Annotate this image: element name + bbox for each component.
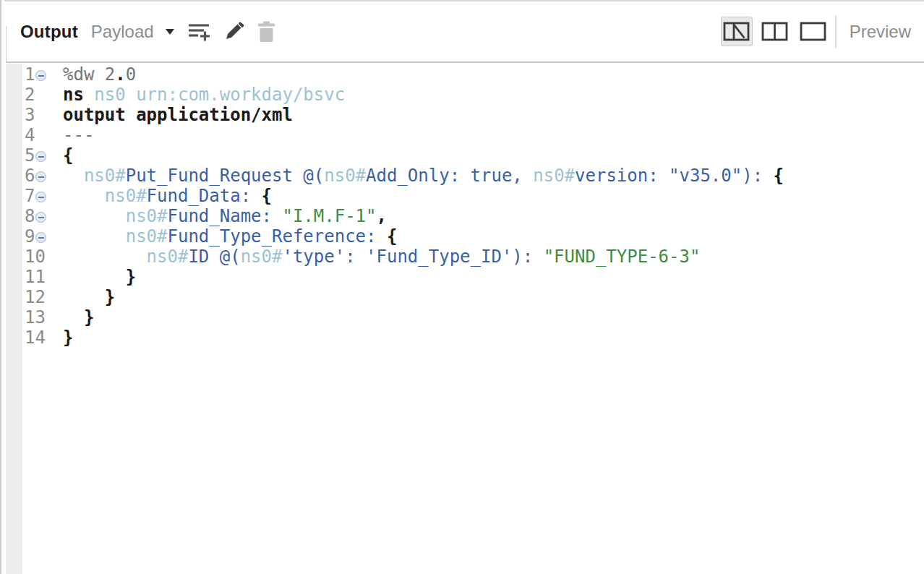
preview-toggle[interactable]: Preview (850, 22, 911, 42)
code-line: 9 ns0#Fund_Type_Reference: { (22, 226, 924, 247)
add-sample-button[interactable] (188, 22, 210, 42)
two-pane-icon (761, 22, 788, 41)
line-number: 1 (25, 64, 35, 85)
line-number: 9 (25, 226, 35, 247)
line-number: 12 (25, 287, 46, 307)
view-code-preview-button[interactable] (721, 17, 753, 46)
code-line: 8 ns0#Fund_Name: "I.M.F-1", (22, 206, 924, 226)
code-line: 6 ns0#Put_Fund_Request @(ns0#Add_Only: t… (22, 166, 924, 186)
code-text: ns0#Put_Fund_Request @(ns0#Add_Only: tru… (63, 166, 784, 186)
line-number: 13 (25, 307, 46, 327)
view-toggle-group: Preview (721, 16, 911, 48)
delete-sample-button[interactable] (257, 21, 276, 43)
view-two-pane-button[interactable] (759, 17, 791, 46)
pencil-icon (223, 21, 244, 42)
code-text: ns0#Fund_Data: { (63, 186, 272, 206)
trash-icon (257, 21, 276, 43)
code-text: } (63, 327, 73, 348)
code-text: --- (63, 125, 94, 145)
code-text: %dw 2.0 (63, 64, 136, 85)
code-editor[interactable]: 1%dw 2.02ns ns0 urn:com.workday/bsvc3out… (22, 64, 924, 574)
line-number: 8 (25, 206, 35, 226)
code-line: 14} (22, 327, 924, 348)
payload-dropdown-label: Payload (91, 22, 154, 42)
add-to-list-icon (188, 22, 210, 42)
fold-toggle-icon[interactable] (35, 232, 46, 243)
line-number: 10 (25, 247, 46, 267)
code-line: 13 } (22, 307, 924, 327)
line-number: 3 (25, 105, 35, 125)
window-left-border (0, 0, 1, 574)
code-text: ns0#Fund_Type_Reference: { (63, 226, 397, 247)
code-line: 3output application/xml (22, 105, 924, 125)
line-number: 5 (25, 145, 35, 166)
code-text: ns0#ID @(ns0#'type': 'Fund_Type_ID'): "F… (63, 247, 700, 267)
split-code-preview-icon (723, 22, 750, 41)
code-line: 4--- (22, 125, 924, 145)
code-text: ns ns0 urn:com.workday/bsvc (63, 85, 345, 105)
code-text: { (63, 145, 73, 166)
fold-toggle-icon[interactable] (35, 151, 46, 162)
panel-title: Output (20, 22, 78, 42)
output-panel-header: Output Payload (7, 1, 924, 63)
code-text: } (63, 307, 94, 327)
edit-sample-button[interactable] (223, 21, 244, 42)
code-line: 1%dw 2.0 (22, 64, 924, 85)
caret-down-icon (166, 29, 174, 35)
code-text: output application/xml (63, 105, 293, 125)
view-single-pane-button[interactable] (797, 17, 829, 46)
line-number: 11 (25, 267, 46, 287)
fold-toggle-icon[interactable] (35, 212, 46, 223)
line-number: 6 (25, 166, 35, 186)
dataweave-output-panel: { "panel": { "title": "Output" }, "toolb… (0, 0, 924, 574)
toolbar-divider (835, 16, 837, 48)
code-line: 10 ns0#ID @(ns0#'type': 'Fund_Type_ID'):… (22, 247, 924, 267)
code-line: 2ns ns0 urn:com.workday/bsvc (22, 85, 924, 105)
fold-toggle-icon[interactable] (35, 192, 46, 202)
line-number: 4 (25, 125, 35, 145)
code-line: 12 } (22, 287, 924, 307)
code-line: 11 } (22, 267, 924, 287)
line-number: 7 (25, 186, 35, 206)
single-pane-icon (800, 22, 826, 41)
code-text: ns0#Fund_Name: "I.M.F-1", (63, 206, 387, 226)
fold-toggle-icon[interactable] (35, 70, 46, 81)
code-line: 5{ (22, 145, 924, 166)
line-number: 2 (25, 85, 35, 105)
code-text: } (63, 287, 115, 307)
code-text: } (63, 267, 136, 287)
line-number: 14 (25, 327, 46, 348)
code-line: 7 ns0#Fund_Data: { (22, 186, 924, 206)
payload-dropdown[interactable]: Payload (91, 22, 174, 42)
adjacent-scrollbar-track[interactable] (6, 64, 22, 574)
code-lines: 1%dw 2.02ns ns0 urn:com.workday/bsvc3out… (22, 64, 924, 348)
fold-toggle-icon[interactable] (35, 171, 46, 182)
